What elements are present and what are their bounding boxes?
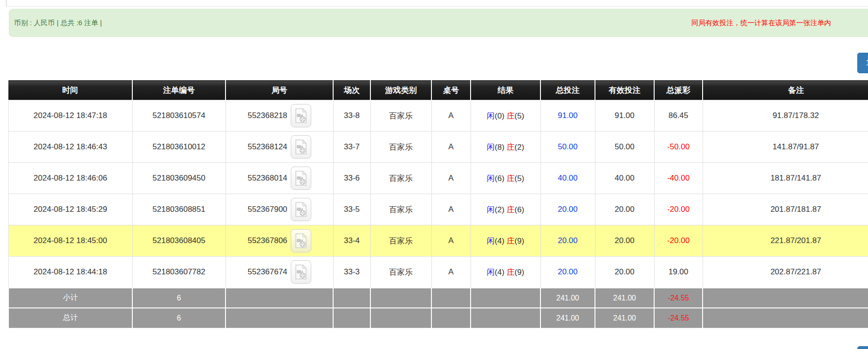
banker-result: 庄 xyxy=(506,205,514,214)
banker-result: 庄 xyxy=(506,174,514,183)
table-body: 2024-08-12 18:47:18521803610574552368218… xyxy=(8,100,868,328)
player-result: 闲 xyxy=(487,174,495,183)
player-points: (2) xyxy=(495,205,505,214)
bet-id-cell: 521803608851 xyxy=(132,194,226,225)
player-points: (8) xyxy=(495,143,505,152)
round-number: 552368218 xyxy=(247,111,287,120)
payout-cell: -40.00 xyxy=(654,163,703,194)
total-bet-link[interactable]: 91.00 xyxy=(558,111,578,120)
round-number: 552367900 xyxy=(247,205,287,214)
banker-points: (9) xyxy=(514,268,524,277)
session-cell: 33-3 xyxy=(333,257,370,288)
pagination-page-button-top[interactable]: 1 xyxy=(857,53,868,73)
valid-bet-cell: 50.00 xyxy=(595,132,654,163)
table-no-cell: A xyxy=(431,100,471,132)
time-cell: 2024-08-12 18:46:43 xyxy=(8,132,132,163)
banker-result: 庄 xyxy=(506,112,514,120)
total-row-empty xyxy=(431,308,471,328)
total-row-total-bet: 241.00 xyxy=(540,308,595,328)
player-points: (0) xyxy=(495,112,505,120)
banker-points: (2) xyxy=(514,143,524,152)
bet-id-cell: 521803610012 xyxy=(132,132,226,163)
bet-id-cell: 521803607782 xyxy=(132,257,226,288)
total-bet-link[interactable]: 20.00 xyxy=(558,267,578,276)
total-row-empty xyxy=(370,308,431,328)
round-wrap: 552368218 xyxy=(228,104,331,127)
total-row-payout: -24.55 xyxy=(654,308,703,328)
time-cell: 2024-08-12 18:45:00 xyxy=(8,225,132,257)
round-cell: 552367674 xyxy=(226,257,333,288)
video-replay-button[interactable] xyxy=(291,198,311,221)
total-bet-cell: 91.00 xyxy=(540,100,595,132)
table-row: 2024-08-12 18:46:43521803610012552368124… xyxy=(8,132,868,163)
banker-result: 庄 xyxy=(506,143,514,152)
session-cell: 33-6 xyxy=(333,163,370,194)
video-replay-button[interactable] xyxy=(291,167,311,190)
banker-points: (5) xyxy=(514,174,524,183)
banker-points: (5) xyxy=(514,112,524,120)
remark-cell: 221.87/201.87 xyxy=(703,225,868,257)
total-bet-link[interactable]: 40.00 xyxy=(558,174,578,182)
subtotal-row-payout: -24.55 xyxy=(654,288,703,308)
total-bet-link[interactable]: 20.00 xyxy=(558,205,578,214)
remark-cell: 202.87/221.87 xyxy=(703,257,868,288)
subtotal-row: 小计6241.00241.00-24.55 xyxy=(8,288,868,308)
bets-table: 时间注单编号局号场次游戏类别桌号结果总投注有效投注总派彩备注 2024-08-1… xyxy=(8,80,868,328)
total-bet-link[interactable]: 20.00 xyxy=(558,236,578,245)
total-bet-cell: 20.00 xyxy=(540,225,595,257)
header-cell-7: 总投注 xyxy=(540,81,595,100)
game-type-cell: 百家乐 xyxy=(370,100,431,132)
total-bet-link[interactable]: 50.00 xyxy=(558,142,578,151)
subtotal-row-empty xyxy=(333,288,370,308)
player-result: 闲 xyxy=(487,268,495,277)
round-wrap: 552368124 xyxy=(228,135,331,159)
subtotal-row-label: 小计 xyxy=(8,288,132,308)
total-row-empty xyxy=(333,308,370,328)
round-number: 552368014 xyxy=(247,174,287,183)
time-cell: 2024-08-12 18:45:29 xyxy=(8,194,132,225)
remark-cell: 181.87/141.87 xyxy=(703,163,868,194)
payout-cell: -50.00 xyxy=(654,132,703,163)
table-no-cell: A xyxy=(431,132,471,163)
header-cell-8: 有效投注 xyxy=(595,81,654,100)
subtotal-row-count: 6 xyxy=(132,288,226,308)
round-wrap: 552367806 xyxy=(228,229,331,252)
header-cell-2: 局号 xyxy=(226,81,333,100)
header-cell-0: 时间 xyxy=(8,81,132,100)
header-cell-3: 场次 xyxy=(333,81,370,100)
table-header-row: 时间注单编号局号场次游戏类别桌号结果总投注有效投注总派彩备注 xyxy=(8,81,868,100)
pagination-page-button-bottom[interactable]: 1 xyxy=(857,346,868,349)
round-number: 552367806 xyxy=(247,236,287,245)
player-result: 闲 xyxy=(487,205,495,214)
bet-id-cell: 521803608405 xyxy=(132,225,226,257)
valid-bet-cell: 20.00 xyxy=(595,257,654,288)
video-replay-icon xyxy=(294,170,308,186)
table-row: 2024-08-12 18:45:29521803608851552367900… xyxy=(8,194,868,225)
game-type-cell: 百家乐 xyxy=(370,225,431,257)
player-points: (4) xyxy=(495,268,505,277)
total-row-remark xyxy=(703,308,868,328)
video-replay-button[interactable] xyxy=(291,104,311,127)
currency-summary-label: 币别 : 人民币 | 总共 :6 注单 | xyxy=(14,19,102,28)
video-replay-button[interactable] xyxy=(291,229,311,252)
remark-cell: 201.87/181.87 xyxy=(703,194,868,225)
video-replay-button[interactable] xyxy=(291,135,311,159)
banker-result: 庄 xyxy=(506,268,514,277)
payout-cell: 19.00 xyxy=(654,257,703,288)
game-type-cell: 百家乐 xyxy=(370,257,431,288)
total-row-empty xyxy=(471,308,540,328)
result-cell: 闲(4) 庄(9) xyxy=(471,225,540,257)
header-cell-4: 游戏类别 xyxy=(370,81,431,100)
table-row: 2024-08-12 18:45:00521803608405552367806… xyxy=(8,225,868,257)
table-no-cell: A xyxy=(431,225,471,257)
banker-points: (6) xyxy=(514,205,524,214)
game-type-cell: 百家乐 xyxy=(370,163,431,194)
game-type-cell: 百家乐 xyxy=(370,194,431,225)
result-cell: 闲(4) 庄(9) xyxy=(471,257,540,288)
bet-id-cell: 521803609450 xyxy=(132,163,226,194)
subtotal-row-empty xyxy=(226,288,333,308)
video-replay-button[interactable] xyxy=(291,260,311,284)
valid-bet-cell: 20.00 xyxy=(595,194,654,225)
time-cell: 2024-08-12 18:47:18 xyxy=(8,100,132,132)
session-cell: 33-7 xyxy=(333,132,370,163)
